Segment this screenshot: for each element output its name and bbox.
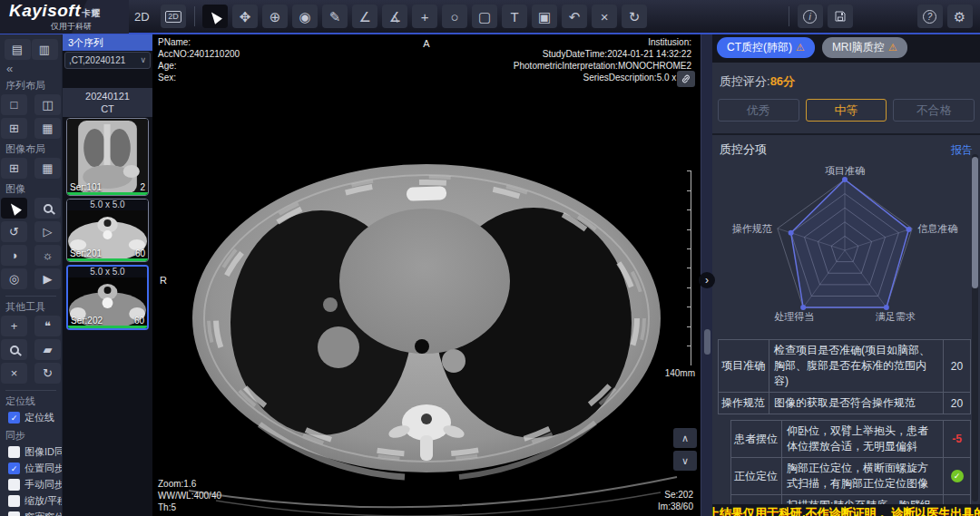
brightness-button[interactable]: ☼	[34, 245, 61, 266]
crosshair-tool-button[interactable]: +	[412, 5, 437, 28]
top-toolbar: Kayisoft卡耀 仅用于科研 2D 2D✥⊕◉✎∠∡+○▢T▣↶×↻ i ?…	[0, 0, 980, 34]
cobb-angle-tool-button[interactable]: ∡	[382, 5, 407, 28]
measure-tool-button[interactable]: ✎	[322, 5, 348, 28]
checkbox-row[interactable]: 缩放/平移	[0, 493, 62, 509]
rect-roi-button[interactable]: ▢	[472, 5, 497, 28]
checkbox-row[interactable]: 图像ID同步	[0, 444, 62, 460]
next-image-button[interactable]: ∨	[673, 451, 697, 471]
checkbox-row[interactable]: 手动同步	[0, 477, 62, 492]
reset-view-button[interactable]: ↻	[622, 5, 647, 28]
text-annotation-button[interactable]: T	[502, 5, 527, 28]
layout-3x3-button[interactable]: ▦	[34, 118, 61, 139]
viewport-scrollbar[interactable]	[704, 329, 710, 355]
info-button[interactable]: i	[798, 5, 823, 28]
select-tool-button[interactable]	[202, 5, 228, 28]
pan-tool-button[interactable]: ✥	[232, 5, 258, 28]
comment-button[interactable]: ❝	[34, 316, 61, 336]
image-steppers: ∧ ∨	[673, 428, 697, 471]
checkbox[interactable]	[8, 511, 20, 516]
delete-button[interactable]: ×	[1, 363, 27, 384]
magnify-roi-button[interactable]	[1, 339, 27, 360]
grade-button[interactable]: 优秀	[718, 99, 799, 122]
series-group-header[interactable]: 20240121 CT	[63, 88, 152, 117]
checkbox[interactable]	[8, 479, 20, 491]
series-thumbnail[interactable]: 5.0 x 5.0Ser:20160	[66, 199, 149, 262]
qc-score: 质控评分:86分	[720, 73, 980, 90]
warning-icon: ⚠	[796, 42, 805, 54]
checkbox[interactable]: ✓	[8, 412, 20, 424]
add-annotation-button[interactable]: +	[1, 316, 27, 336]
refresh-button[interactable]: ↻	[34, 363, 61, 384]
row-name: 患者摆位	[731, 421, 782, 457]
previous-image-button[interactable]: ∧	[673, 428, 697, 448]
qc-panel-scrollbar[interactable]	[972, 154, 978, 501]
series-thumbnail[interactable]: 5.0 x 5.0Ser:20260	[66, 265, 149, 330]
report-link[interactable]: 报告	[951, 142, 973, 158]
sidebar-sections: 序列布局□◫⊞▦图像布局⊞▦图像↺▷◑☼◎▶其他工具+❝▰×↻定位线✓定位线同步…	[0, 80, 62, 516]
delete-icon: ×	[11, 367, 18, 379]
qc-subheader: 质控分项 报告	[712, 133, 980, 158]
save-button[interactable]	[828, 5, 853, 28]
checkbox-row[interactable]: ✓位置同步	[0, 461, 62, 476]
checkbox-row[interactable]: ✓定位线	[0, 410, 62, 425]
tab-label: CT质控(肺部)	[727, 40, 792, 55]
angle-tool-button[interactable]: ∠	[352, 5, 377, 28]
tab-ct-qc[interactable]: CT质控(肺部)⚠	[717, 37, 815, 58]
layout-1x2-button[interactable]: ◫	[34, 94, 61, 115]
radar-axis-label: 处理得当	[774, 311, 814, 322]
image-viewport[interactable]: PName:AccNO:2401210200Age:Sex: Institusi…	[152, 34, 701, 516]
series-position-overlay: Se:202Im:38/60	[658, 489, 693, 512]
eraser-button[interactable]: ▰	[34, 339, 61, 360]
zoom-tool-button[interactable]: ⊕	[262, 5, 288, 28]
qc-score-value: 86分	[770, 74, 795, 88]
orientation-marker-right: R	[160, 275, 167, 286]
image-layout-3x3-button[interactable]: ▦	[34, 158, 61, 179]
ellipse-roi-button[interactable]: ○	[442, 5, 467, 28]
settings-button[interactable]: ⚙	[947, 5, 973, 28]
series-panel-icon: ▤	[12, 44, 23, 55]
row-desc: 检查项目是否准确(项目如脑部、胸部、腹部是否在标准的范围内容)	[769, 340, 943, 392]
invert-button[interactable]: ◑	[1, 245, 27, 266]
study-selector[interactable]: ,CT,20240121 ∨	[64, 52, 151, 69]
view-2d-button[interactable]: 2D	[161, 5, 186, 28]
series-thumbnail[interactable]: Ser:1012	[66, 118, 149, 196]
select-tool-button[interactable]	[1, 198, 27, 219]
report-panel-icon: ▥	[39, 44, 50, 55]
qc-grade-buttons: 优秀中等不合格	[712, 99, 980, 122]
tool-grid: +❝▰×↻	[0, 316, 62, 384]
checkbox[interactable]: ✓	[8, 462, 20, 474]
checkbox[interactable]	[8, 495, 20, 507]
rotate-image-button[interactable]: ↺	[1, 221, 27, 242]
row-score: ✓	[943, 458, 970, 494]
cine-play-button[interactable]: ▶	[34, 268, 61, 289]
overlay-line: AccNO:2401210200	[158, 48, 240, 60]
qc-panel-scroll-thumb[interactable]	[972, 157, 978, 288]
layout-2x2-button[interactable]: ⊞	[1, 118, 27, 139]
checkbox[interactable]	[8, 446, 20, 458]
image-layout-2x2-button[interactable]: ⊞	[1, 158, 27, 179]
scroll-series-button[interactable]: ▷	[34, 221, 61, 242]
layout-1x1-button[interactable]: □	[1, 94, 27, 115]
expand-panel-button[interactable]: ›	[699, 272, 715, 288]
report-panel-button[interactable]: ▥	[32, 39, 58, 60]
window-level-tool-button[interactable]: ◉	[292, 5, 318, 28]
localizer-button[interactable]: ◎	[1, 268, 27, 289]
logo-text: Kayisoft	[9, 1, 81, 20]
row-score: 20	[943, 340, 970, 392]
toolbar-far-right-tools: ?⚙	[915, 5, 975, 28]
disclaimer-text: 上结果仅用于科研,不作诊断证明， 诊断以医生出具的诊断	[712, 507, 980, 516]
link-series-button[interactable]	[677, 71, 695, 87]
logo-subtitle: 仅用于科研	[51, 22, 129, 31]
tab-mri-qc[interactable]: MRI脑质控⚠	[822, 37, 907, 58]
series-panel-button[interactable]: ▤	[5, 39, 31, 60]
help-button[interactable]: ?	[917, 5, 943, 28]
image-layout-button[interactable]: ▣	[532, 5, 557, 28]
zoom-info-overlay: Zoom:1.6WW/WL:400/40Th:5	[158, 478, 221, 513]
grade-button[interactable]: 不合格	[893, 99, 975, 122]
grade-button[interactable]: 中等	[806, 99, 887, 122]
search-zoom-button[interactable]	[34, 198, 61, 219]
checkbox-row[interactable]: 窗宽窗位	[0, 510, 62, 516]
delete-annotation-button[interactable]: ×	[592, 5, 617, 28]
undo-button[interactable]: ↶	[562, 5, 587, 28]
collapse-sidebar-button[interactable]: «	[6, 63, 62, 75]
